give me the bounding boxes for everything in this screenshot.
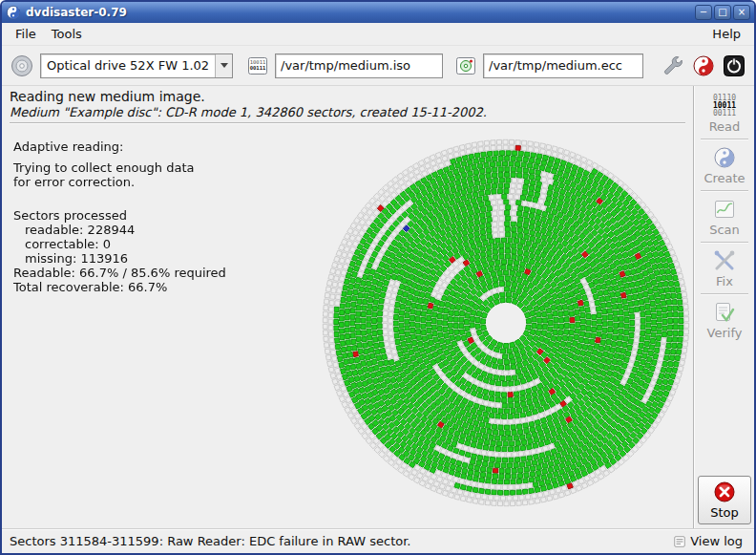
fix-button[interactable]: Fix	[698, 245, 751, 292]
power-icon	[723, 54, 746, 77]
window-title: dvdisaster-0.79	[26, 6, 695, 19]
drive-status-icon[interactable]	[10, 53, 34, 78]
app-window: dvdisaster-0.79 − □ × File Tools Help Op…	[0, 0, 756, 555]
stop-label: Stop	[710, 505, 739, 520]
yinyang-icon	[713, 146, 736, 169]
separator	[701, 139, 748, 140]
chart-icon	[713, 198, 736, 221]
main-column: Reading new medium image. Medium "Exampl…	[2, 86, 693, 528]
image-file-icon: 10011 00111	[246, 54, 269, 77]
separator	[701, 190, 748, 192]
view-log-button[interactable]: View log	[669, 533, 746, 549]
menu-file[interactable]: File	[8, 24, 44, 44]
verify-check-icon	[713, 301, 736, 324]
separator	[701, 293, 748, 295]
stop-icon	[713, 480, 736, 503]
read-button[interactable]: 01110 10011 00111 Read	[698, 90, 751, 138]
drive-select-value: Optical drive 52X FW 1.02	[41, 58, 215, 73]
action-status: Reading new medium image. Medium "Exampl…	[2, 86, 693, 126]
readable-count: readable: 228944	[13, 223, 226, 237]
medium-info: Medium "Example disc": CD-R mode 1, 3428…	[10, 105, 685, 119]
combo-arrow-button[interactable]	[215, 54, 232, 77]
menubar: File Tools Help	[2, 23, 754, 46]
about-button[interactable]	[691, 53, 716, 78]
dvdisaster-logo-icon[interactable]	[6, 5, 21, 20]
menu-help[interactable]: Help	[704, 24, 748, 44]
adaptive-line2: for error correction.	[13, 175, 226, 189]
verify-label: Verify	[707, 326, 743, 340]
tools-icon	[713, 249, 736, 272]
svg-text:00111: 00111	[250, 65, 266, 71]
content-area: Reading new medium image. Medium "Exampl…	[2, 86, 754, 528]
wrench-icon	[662, 54, 684, 77]
iso-path-input[interactable]	[275, 53, 443, 78]
statusbar: Sectors 311584-311599: Raw Reader: EDC f…	[2, 528, 754, 553]
reading-info: Adaptive reading: Trying to collect enou…	[13, 139, 226, 294]
readable-summary: Readable: 66.7% / 85.6% required	[13, 266, 226, 280]
status-message: Sectors 311584-311599: Raw Reader: EDC f…	[10, 534, 663, 548]
create-button[interactable]: Create	[698, 141, 751, 189]
toolbar: Optical drive 52X FW 1.02 10011 00111	[2, 46, 754, 86]
adaptive-title: Adaptive reading:	[13, 139, 226, 154]
view-log-label: View log	[690, 534, 743, 548]
stop-button[interactable]: Stop	[698, 476, 751, 524]
chevron-down-icon	[220, 63, 228, 68]
adaptive-line1: Trying to collect enough data	[13, 160, 226, 175]
quit-button[interactable]	[722, 53, 746, 78]
drawing-area: Adaptive reading: Trying to collect enou…	[2, 126, 693, 528]
minimize-button[interactable]: −	[695, 5, 712, 20]
close-button[interactable]: ×	[733, 5, 750, 20]
ecc-path-input[interactable]	[483, 53, 643, 78]
separator	[701, 242, 748, 244]
read-label: Read	[709, 119, 741, 134]
correctable-count: correctable: 0	[13, 237, 226, 251]
create-label: Create	[704, 171, 745, 185]
processed-title: Sectors processed	[13, 208, 226, 223]
total-summary: Total recoverable: 66.7%	[13, 280, 226, 294]
action-title: Reading new medium image.	[10, 89, 685, 104]
binary-icon: 01110 10011 00111	[713, 95, 736, 117]
verify-button[interactable]: Verify	[698, 296, 751, 344]
maximize-button[interactable]: □	[714, 5, 731, 20]
drive-select[interactable]: Optical drive 52X FW 1.02	[40, 53, 233, 78]
scan-label: Scan	[709, 223, 740, 237]
separator	[10, 122, 685, 124]
scan-button[interactable]: Scan	[698, 193, 751, 241]
missing-count: missing: 113916	[13, 251, 226, 266]
red-disc-icon	[692, 54, 715, 77]
cd-drive-icon	[10, 54, 33, 77]
preferences-button[interactable]	[661, 53, 685, 78]
titlebar: dvdisaster-0.79 − □ ×	[2, 2, 754, 23]
ecc-file-icon	[454, 54, 477, 77]
log-icon	[673, 535, 686, 548]
fix-label: Fix	[716, 274, 733, 288]
menu-tools[interactable]: Tools	[44, 24, 90, 44]
sidebar: 01110 10011 00111 Read Create	[693, 86, 754, 528]
